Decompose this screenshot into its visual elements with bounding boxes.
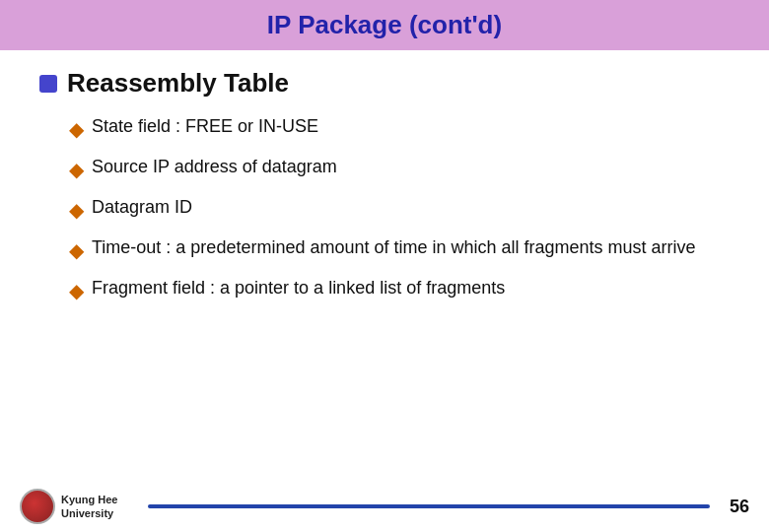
list-item: ◆ Fragment field : a pointer to a linked… — [69, 276, 730, 304]
bullet-text-2: Source IP address of datagram — [92, 155, 337, 179]
list-item: ◆ State field : FREE or IN-USE — [69, 114, 730, 143]
list-item: ◆ Time-out : a predetermined amount of t… — [69, 235, 730, 264]
title-bar: IP Package (cont'd) — [0, 0, 769, 50]
footer: Kyung Hee University 56 — [0, 481, 769, 532]
slide: IP Package (cont'd) Reassembly Table ◆ S… — [0, 0, 769, 532]
bullet-text-5: Fragment field : a pointer to a linked l… — [92, 276, 505, 300]
bullet-dot-3: ◆ — [69, 196, 84, 224]
footer-logo: Kyung Hee University — [20, 489, 138, 524]
bullet-text-1: State field : FREE or IN-USE — [92, 114, 318, 139]
bullet-list: ◆ State field : FREE or IN-USE ◆ Source … — [69, 114, 730, 304]
bullet-dot-1: ◆ — [69, 115, 84, 143]
bullet-text-4: Time-out : a predetermined amount of tim… — [92, 235, 696, 260]
slide-title: IP Package (cont'd) — [267, 10, 502, 39]
bullet-dot-4: ◆ — [69, 236, 84, 264]
university-name: Kyung Hee University — [61, 493, 117, 521]
slide-content: Reassembly Table ◆ State field : FREE or… — [0, 50, 769, 532]
bullet-dot-5: ◆ — [69, 277, 84, 304]
section-heading-text: Reassembly Table — [67, 68, 289, 99]
footer-divider — [148, 504, 710, 508]
page-number: 56 — [720, 497, 749, 517]
bullet-dot-2: ◆ — [69, 156, 84, 183]
list-item: ◆ Datagram ID — [69, 195, 730, 224]
heading-icon — [39, 75, 57, 93]
bullet-text-3: Datagram ID — [92, 195, 192, 220]
university-logo — [20, 489, 55, 524]
section-heading: Reassembly Table — [39, 68, 730, 99]
list-item: ◆ Source IP address of datagram — [69, 155, 730, 183]
